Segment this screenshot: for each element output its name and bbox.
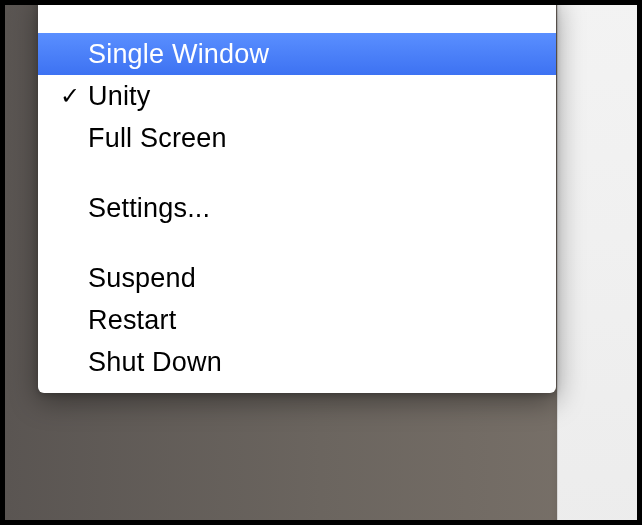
menu-separator [38, 229, 556, 257]
menu-item-label: Settings... [88, 195, 556, 222]
menu-separator [38, 159, 556, 187]
menu-item-unity[interactable]: ✓ Unity [38, 75, 556, 117]
menu-item-suspend[interactable]: Suspend [38, 257, 556, 299]
menu-item-label: Restart [88, 307, 556, 334]
checkmark-icon: ✓ [52, 82, 88, 110]
side-panel [557, 5, 637, 520]
menu-item-single-window[interactable]: Single Window [38, 33, 556, 75]
menu-item-settings[interactable]: Settings... [38, 187, 556, 229]
menu-item-restart[interactable]: Restart [38, 299, 556, 341]
menu-item-label: Shut Down [88, 349, 556, 376]
menu-separator [38, 5, 556, 33]
context-menu: Single Window ✓ Unity Full Screen Settin… [38, 5, 556, 393]
menu-item-label: Unity [88, 83, 556, 110]
screenshot-frame: Single Window ✓ Unity Full Screen Settin… [5, 5, 637, 520]
menu-item-shut-down[interactable]: Shut Down [38, 341, 556, 383]
menu-item-label: Single Window [88, 41, 556, 68]
menu-item-full-screen[interactable]: Full Screen [38, 117, 556, 159]
menu-item-label: Full Screen [88, 125, 556, 152]
menu-item-label: Suspend [88, 265, 556, 292]
